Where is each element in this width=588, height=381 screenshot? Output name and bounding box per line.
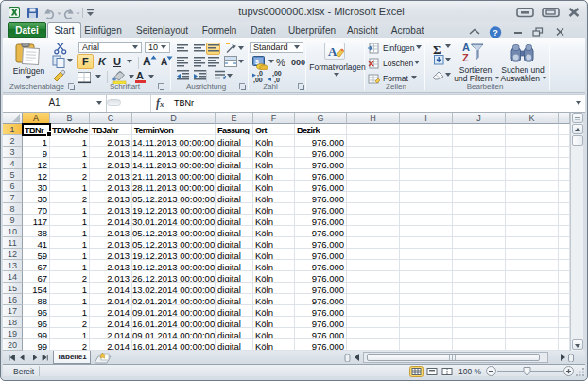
svg-text:,00: ,00 xyxy=(253,77,263,84)
svg-text:?: ? xyxy=(493,28,498,38)
svg-text:A: A xyxy=(328,44,337,59)
svg-text:,0: ,0 xyxy=(274,77,280,84)
svg-text:Z: Z xyxy=(462,52,469,63)
